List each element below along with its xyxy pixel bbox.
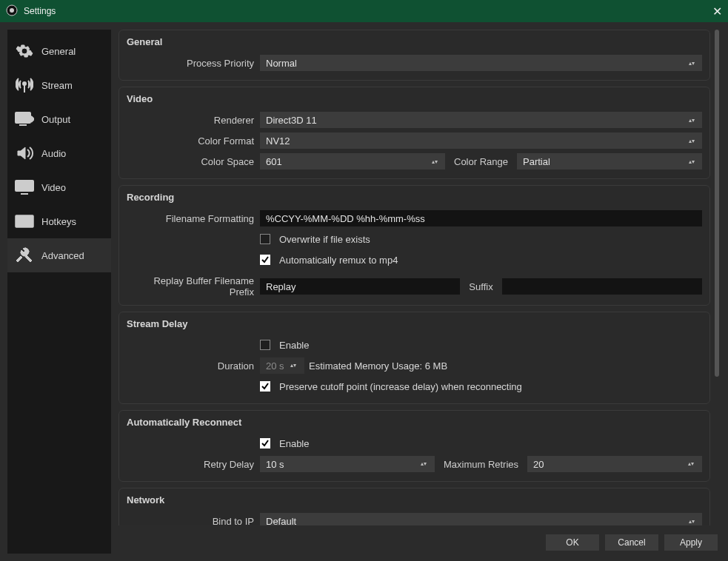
group-title: Automatically Reconnect [127,417,702,428]
retry-delay-spinbox[interactable]: 10 s ▴▾ [260,456,435,472]
max-retries-label: Maximum Retries [439,459,523,470]
replay-prefix-label: Replay Buffer Filename Prefix [127,275,260,298]
stream-delay-enable-checkbox[interactable] [260,340,270,350]
input-value: Replay [266,281,295,292]
keyboard-icon [15,213,34,229]
group-recording: Recording Filename Formatting %CCYY-%MM-… [118,185,710,306]
group-stream-delay: Stream Delay Enable Duration 20 s ▴▾ [118,312,710,404]
group-title: Stream Delay [127,318,702,329]
reconnect-enable-checkbox[interactable] [260,438,270,449]
process-priority-select[interactable]: Normal ▴▾ [260,55,702,71]
overwrite-label: Overwrite if file exists [279,234,370,245]
max-retries-spinbox[interactable]: 20 ▴▾ [527,456,702,472]
select-value: Partial [523,156,550,167]
footer: OK Cancel Apply [118,531,721,554]
group-title: Network [127,494,702,505]
replay-prefix-input[interactable]: Replay [260,278,460,295]
chevrons-updown-icon: ▴▾ [687,160,696,164]
suffix-label: Suffix [464,281,497,292]
select-value: Direct3D 11 [266,115,317,126]
chevrons-updown-icon: ▴▾ [687,61,696,65]
gear-icon [15,43,34,59]
apply-button[interactable]: Apply [664,534,718,551]
preserve-cutoff-checkbox[interactable] [260,381,270,392]
sidebar-item-audio[interactable]: Audio [7,136,111,170]
renderer-label: Renderer [127,115,260,126]
memory-usage-text: Estimated Memory Usage: 6 MB [309,360,447,372]
sidebar-item-label: Audio [41,148,66,159]
color-range-label: Color Range [450,156,512,167]
sidebar-item-label: Video [41,182,66,193]
select-value: NV12 [266,135,290,147]
bind-ip-select[interactable]: Default ▴▾ [260,513,702,525]
sidebar-item-hotkeys[interactable]: Hotkeys [7,204,111,238]
scrollbar-thumb[interactable] [715,30,719,377]
select-value: 601 [266,156,282,167]
remux-label: Automatically remux to mp4 [279,255,398,266]
svg-point-2 [23,82,26,85]
color-space-label: Color Space [127,156,260,167]
color-format-select[interactable]: NV12 ▴▾ [260,132,702,149]
sidebar-item-video[interactable]: Video [7,170,111,204]
app-icon [6,4,18,19]
group-reconnect: Automatically Reconnect Enable Retry Del… [118,410,710,482]
sidebar-item-advanced[interactable]: Advanced [7,238,111,272]
chevrons-updown-icon: ▴▾ [687,139,696,143]
sidebar-item-general[interactable]: General [7,34,111,68]
color-format-label: Color Format [127,135,260,147]
chevrons-updown-icon: ▴▾ [687,520,696,523]
group-title: Video [127,93,702,104]
color-space-select[interactable]: 601 ▴▾ [260,153,445,169]
broadcast-icon [15,77,34,93]
sidebar-item-label: General [41,46,76,57]
sidebar-item-stream[interactable]: Stream [7,68,111,102]
renderer-select[interactable]: Direct3D 11 ▴▾ [260,112,702,128]
svg-point-1 [10,8,14,13]
sidebar-item-label: Stream [41,80,73,91]
filename-formatting-input[interactable]: %CCYY-%MM-%DD %hh-%mm-%ss [260,210,702,226]
overwrite-checkbox[interactable] [260,234,270,244]
duration-spinbox[interactable]: 20 s ▴▾ [260,357,304,374]
main-pane: General Process Priority Normal ▴▾ Video… [118,30,710,525]
spin-value: 20 s [266,360,284,372]
ok-button[interactable]: OK [546,534,599,551]
input-value: %CCYY-%MM-%DD %hh-%mm-%ss [266,213,425,224]
spin-value: 20 [533,459,544,470]
color-range-select[interactable]: Partial ▴▾ [517,153,702,169]
sidebar-item-label: Advanced [41,250,84,261]
select-value: Normal [266,58,297,69]
close-button[interactable]: ✕ [700,4,722,19]
window-title: Settings [24,6,56,16]
filename-formatting-label: Filename Formatting [127,213,260,224]
group-title: General [127,36,702,47]
monitor-icon [15,179,34,195]
chevrons-updown-icon: ▴▾ [687,118,696,122]
svg-rect-4 [16,112,30,123]
reconnect-enable-label: Enable [279,438,309,449]
cancel-button[interactable]: Cancel [605,534,658,551]
chevrons-updown-icon: ▴▾ [430,160,439,164]
process-priority-label: Process Priority [127,58,260,69]
titlebar: Settings ✕ [0,0,728,22]
svg-rect-6 [16,181,33,191]
sidebar: General Stream Output Audio Video [7,30,111,554]
retry-delay-label: Retry Delay [127,459,260,470]
sidebar-item-label: Output [41,114,70,125]
sidebar-item-output[interactable]: Output [7,102,111,136]
group-network: Network Bind to IP Default ▴▾ [118,488,710,525]
stream-delay-enable-label: Enable [279,340,309,351]
spin-value: 10 s [266,459,284,470]
select-value: Default [266,516,296,526]
group-video: Video Renderer Direct3D 11 ▴▾ Color Form… [118,87,710,179]
suffix-input[interactable] [502,278,702,295]
preserve-cutoff-label: Preserve cutoff point (increase delay) w… [279,381,522,392]
group-general: General Process Priority Normal ▴▾ [118,30,710,81]
group-title: Recording [127,192,702,203]
output-icon [15,111,34,127]
sidebar-item-label: Hotkeys [41,216,76,227]
bind-ip-label: Bind to IP [127,516,260,526]
duration-label: Duration [127,360,260,372]
main-scrollbar[interactable] [713,30,721,525]
remux-checkbox[interactable] [260,255,270,265]
chevrons-updown-icon: ▴▾ [418,462,429,466]
